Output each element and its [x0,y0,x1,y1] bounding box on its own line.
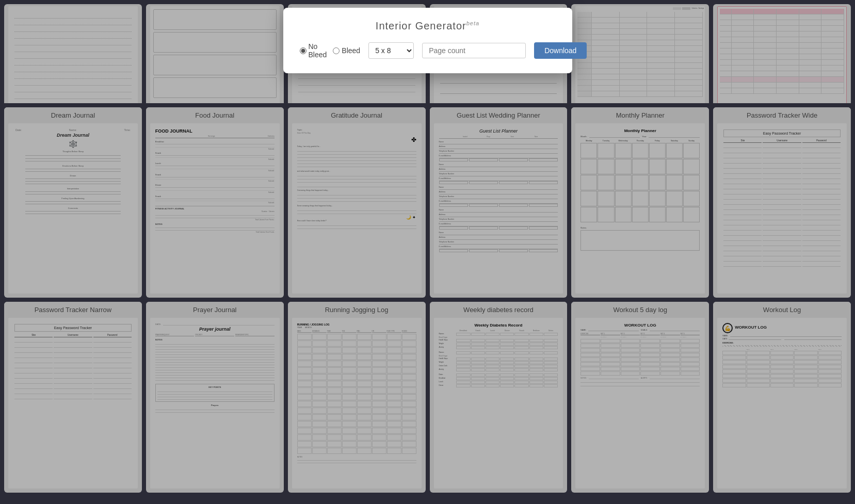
beta-label: beta [466,20,479,26]
size-select[interactable]: 5 x 8 6 x 9 8.5 x 11 [368,42,414,59]
no-bleed-radio-label[interactable]: No Bleed [300,42,327,59]
modal-overlay: Interior Generatorbeta No Bleed Bleed 5 … [0,0,855,504]
modal-title: Interior Generatorbeta [300,20,556,32]
no-bleed-radio[interactable] [300,47,306,54]
download-button[interactable]: Download [534,42,587,59]
bleed-radio-label[interactable]: Bleed [333,46,360,55]
interior-generator-modal: Interior Generatorbeta No Bleed Bleed 5 … [283,8,572,73]
radio-group-bleed: No Bleed Bleed [300,42,361,59]
bleed-label: Bleed [342,46,360,55]
page-count-input[interactable] [422,43,526,58]
modal-controls: No Bleed Bleed 5 x 8 6 x 9 8.5 x 11 Down… [300,42,556,59]
bleed-radio[interactable] [333,47,340,54]
no-bleed-label: No Bleed [309,42,327,59]
